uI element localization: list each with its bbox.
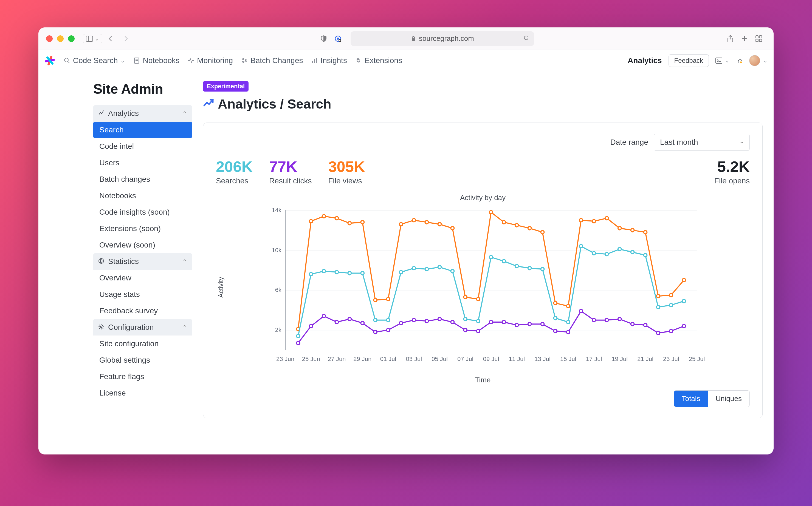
nav-monitoring[interactable]: Monitoring <box>188 56 233 65</box>
terminal-icon <box>716 57 722 64</box>
svg-point-60 <box>335 217 339 220</box>
sidebar: Site Admin Analytics⌃SearchCode intelUse… <box>39 71 192 454</box>
cloud-status[interactable] <box>736 57 743 64</box>
share-icon[interactable] <box>725 34 735 44</box>
svg-rect-27 <box>316 58 317 63</box>
sidebar-item-code-insights-soon-[interactable]: Code insights (soon) <box>93 204 192 221</box>
nav-extensions[interactable]: Extensions <box>355 56 402 65</box>
svg-point-65 <box>399 223 403 226</box>
sidebar-section-analytics[interactable]: Analytics⌃ <box>93 105 192 122</box>
chevron-up-icon: ⌃ <box>182 110 187 117</box>
sidebar-item-global-settings[interactable]: Global settings <box>93 352 192 368</box>
sidebar-item-extensions-soon-[interactable]: Extensions (soon) <box>93 221 192 237</box>
nav-code-search[interactable]: Code Search⌄ <box>64 56 125 65</box>
sidebar-item-site-configuration[interactable]: Site configuration <box>93 336 192 352</box>
svg-point-145 <box>631 322 634 326</box>
sidebar-section-statistics[interactable]: Statistics⌃ <box>93 253 192 270</box>
svg-rect-10 <box>756 35 758 38</box>
nav-notebooks[interactable]: Notebooks <box>133 56 179 65</box>
sourcegraph-logo[interactable] <box>45 55 55 66</box>
zoom-window-icon[interactable] <box>68 35 75 42</box>
sidebar-item-batch-changes[interactable]: Batch changes <box>93 171 192 187</box>
svg-point-112 <box>605 252 608 256</box>
notebook-icon <box>133 57 140 64</box>
nav-batch-changes[interactable]: Batch Changes <box>241 56 303 65</box>
sidebar-item-feedback-survey[interactable]: Feedback survey <box>93 303 192 319</box>
svg-point-64 <box>386 298 390 301</box>
svg-point-129 <box>425 319 429 323</box>
totals-uniques-toggle: Totals Uniques <box>674 390 750 407</box>
date-range-select[interactable]: Last month <box>654 134 750 151</box>
new-tab-icon[interactable] <box>740 34 749 44</box>
svg-text:11 Jul: 11 Jul <box>509 355 525 362</box>
svg-point-66 <box>412 219 416 222</box>
svg-point-123 <box>348 317 351 321</box>
svg-point-79 <box>579 219 583 222</box>
svg-point-89 <box>309 272 313 276</box>
close-window-icon[interactable] <box>46 35 53 42</box>
batch-icon <box>241 57 248 64</box>
sidebar-section-configuration[interactable]: Configuration⌃ <box>93 319 192 336</box>
svg-rect-25 <box>312 61 313 63</box>
forward-button[interactable] <box>121 34 131 44</box>
svg-point-100 <box>451 269 454 273</box>
svg-point-137 <box>528 322 531 326</box>
terminal-menu[interactable]: ⌄ <box>716 57 729 64</box>
svg-point-120 <box>309 325 313 328</box>
sidebar-item-search[interactable]: Search <box>93 122 192 138</box>
svg-point-92 <box>348 272 351 275</box>
section-icon <box>98 323 104 332</box>
svg-point-134 <box>490 320 493 324</box>
svg-point-74 <box>515 224 518 227</box>
svg-point-146 <box>644 324 647 327</box>
sidebar-item-overview-soon-[interactable]: Overview (soon) <box>93 237 192 253</box>
svg-point-130 <box>438 317 441 321</box>
shield-icon[interactable] <box>319 34 328 44</box>
svg-point-125 <box>374 330 377 334</box>
svg-point-101 <box>464 317 467 321</box>
sidebar-item-feature-flags[interactable]: Feature flags <box>93 368 192 385</box>
svg-point-147 <box>656 331 660 335</box>
reload-icon[interactable] <box>523 34 529 43</box>
svg-point-61 <box>348 222 351 225</box>
svg-point-148 <box>669 330 673 333</box>
nav-analytics-link[interactable]: Analytics <box>628 56 662 65</box>
date-range-label: Date range <box>610 138 648 147</box>
tabs-icon[interactable] <box>754 34 764 44</box>
svg-point-121 <box>322 314 325 318</box>
svg-point-113 <box>618 248 621 251</box>
svg-point-114 <box>631 251 634 254</box>
svg-point-90 <box>322 269 325 273</box>
puzzle-icon <box>355 57 362 64</box>
back-button[interactable] <box>105 34 116 44</box>
user-menu[interactable]: ⌄ <box>749 55 767 66</box>
svg-point-88 <box>297 334 300 338</box>
svg-text:23 Jul: 23 Jul <box>663 355 679 362</box>
barchart-icon <box>311 57 318 64</box>
totals-button[interactable]: Totals <box>674 391 708 407</box>
sidebar-item-code-intel[interactable]: Code intel <box>93 138 192 155</box>
chevron-up-icon: ⌃ <box>182 258 187 265</box>
svg-point-149 <box>682 325 685 328</box>
svg-point-108 <box>553 316 557 320</box>
sidebar-item-users[interactable]: Users <box>93 155 192 171</box>
svg-point-23 <box>242 61 244 63</box>
svg-point-87 <box>682 278 685 282</box>
sidebar-item-license[interactable]: License <box>93 385 192 401</box>
cloud-warning-icon <box>736 57 743 64</box>
minimize-window-icon[interactable] <box>57 35 64 42</box>
svg-point-94 <box>374 319 377 322</box>
address-bar[interactable]: sourcegraph.com <box>351 31 534 46</box>
svg-point-139 <box>553 330 557 333</box>
y-axis-label: Activity <box>217 277 225 298</box>
svg-rect-26 <box>314 59 315 63</box>
feedback-button[interactable]: Feedback <box>669 54 709 67</box>
privacy-report-icon[interactable] <box>333 34 343 44</box>
sidebar-item-usage-stats[interactable]: Usage stats <box>93 286 192 303</box>
sidebar-item-notebooks[interactable]: Notebooks <box>93 187 192 204</box>
svg-text:6k: 6k <box>275 286 282 293</box>
sidebar-item-overview[interactable]: Overview <box>93 270 192 286</box>
nav-insights[interactable]: Insights <box>311 56 347 65</box>
sidebar-toggle[interactable]: ⌄ <box>83 34 102 43</box>
uniques-button[interactable]: Uniques <box>708 391 749 407</box>
